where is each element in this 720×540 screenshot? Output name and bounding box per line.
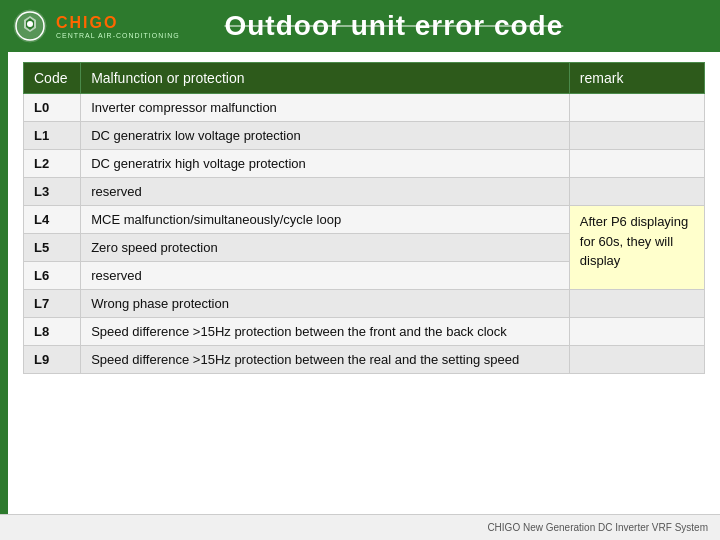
table-cell-code: L5 (24, 234, 81, 262)
table-cell-code: L6 (24, 262, 81, 290)
column-header-code: Code (24, 63, 81, 94)
table-cell-code: L8 (24, 318, 81, 346)
table-cell-code: L7 (24, 290, 81, 318)
column-header-malfunction: Malfunction or protection (81, 63, 570, 94)
logo-text-area: CHIGO CENTRAL AIR-CONDITIONING (56, 14, 180, 39)
logo-subtitle: CENTRAL AIR-CONDITIONING (56, 32, 180, 39)
table-cell-remark (569, 94, 704, 122)
table-cell-remark (569, 346, 704, 374)
footer-text: CHIGO New Generation DC Inverter VRF Sys… (487, 522, 708, 533)
table-cell-remark (569, 290, 704, 318)
chigo-logo-icon (12, 8, 48, 44)
table-cell-remark (569, 122, 704, 150)
table-row: L1DC generatrix low voltage protection (24, 122, 705, 150)
logo-area: CHIGO CENTRAL AIR-CONDITIONING (12, 8, 180, 44)
main-content: Code Malfunction or protection remark L0… (8, 52, 720, 384)
table-cell-code: L0 (24, 94, 81, 122)
table-cell-code: L2 (24, 150, 81, 178)
table-cell-remark (569, 318, 704, 346)
table-cell-malfunction: DC generatrix high voltage protection (81, 150, 570, 178)
table-cell-remark: After P6 displaying for 60s, they will d… (569, 206, 704, 290)
header: CHIGO CENTRAL AIR-CONDITIONING Outdoor u… (0, 0, 720, 52)
table-cell-malfunction: Zero speed protection (81, 234, 570, 262)
svg-point-1 (27, 21, 33, 27)
table-cell-malfunction: Inverter compressor malfunction (81, 94, 570, 122)
table-row: L2DC generatrix high voltage protection (24, 150, 705, 178)
table-cell-malfunction: Wrong phase protection (81, 290, 570, 318)
table-cell-code: L1 (24, 122, 81, 150)
page-title: Outdoor unit error code (224, 10, 563, 42)
table-cell-remark (569, 178, 704, 206)
table-row: L8Speed difference >15Hz protection betw… (24, 318, 705, 346)
table-row: L3reserved (24, 178, 705, 206)
logo-brand: CHIGO (56, 14, 180, 32)
table-cell-malfunction: Speed difference >15Hz protection betwee… (81, 318, 570, 346)
table-row: L0Inverter compressor malfunction (24, 94, 705, 122)
left-accent-bar (0, 52, 8, 540)
error-code-table: Code Malfunction or protection remark L0… (23, 62, 705, 374)
table-cell-code: L4 (24, 206, 81, 234)
table-row: L7Wrong phase protection (24, 290, 705, 318)
table-cell-code: L3 (24, 178, 81, 206)
table-cell-malfunction: DC generatrix low voltage protection (81, 122, 570, 150)
table-row: L9Speed difference >15Hz protection betw… (24, 346, 705, 374)
footer: CHIGO New Generation DC Inverter VRF Sys… (0, 514, 720, 540)
table-row: L4MCE malfunction/simultaneously/cycle l… (24, 206, 705, 234)
table-header-row: Code Malfunction or protection remark (24, 63, 705, 94)
table-cell-remark (569, 150, 704, 178)
table-cell-malfunction: reserved (81, 178, 570, 206)
column-header-remark: remark (569, 63, 704, 94)
table-cell-malfunction: reserved (81, 262, 570, 290)
table-cell-code: L9 (24, 346, 81, 374)
table-cell-malfunction: MCE malfunction/simultaneously/cycle loo… (81, 206, 570, 234)
table-cell-malfunction: Speed difference >15Hz protection betwee… (81, 346, 570, 374)
